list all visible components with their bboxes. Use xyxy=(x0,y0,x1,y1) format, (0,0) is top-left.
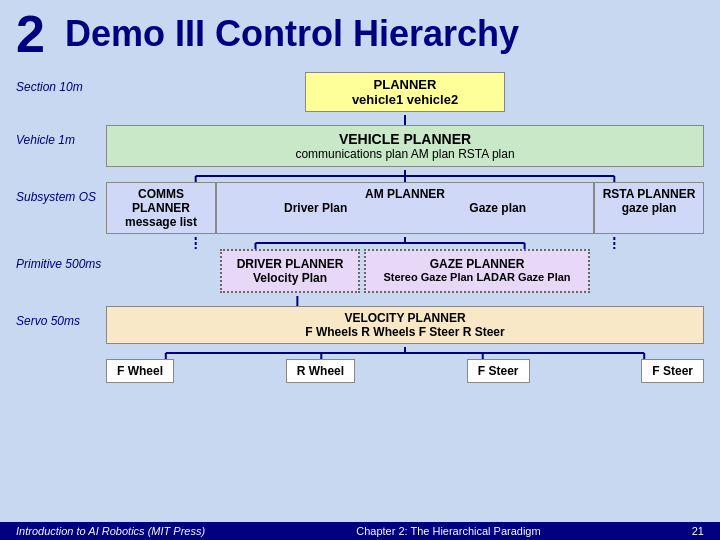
servo-content: VELOCITY PLANNER F Wheels R Wheels F Ste… xyxy=(106,306,704,344)
connector-v-sub xyxy=(106,170,704,182)
connector-svg-v-sub xyxy=(106,170,704,182)
vehicle-line2: communications plan AM plan RSTA plan xyxy=(117,147,693,161)
wheels-content: F Wheel R Wheel F Steer F Steer xyxy=(106,359,704,383)
primitive-rsta-space xyxy=(594,249,704,293)
gaze-line2: Stereo Gaze Plan LADAR Gaze Plan xyxy=(374,271,580,283)
slide-number: 2 xyxy=(16,8,45,60)
velocity-line2: F Wheels R Wheels F Steer R Steer xyxy=(115,325,695,339)
comms-planner-box: COMMS PLANNER message list xyxy=(106,182,216,234)
am-line3: Gaze plan xyxy=(469,201,526,215)
connector-svg-sub-prim xyxy=(106,237,704,249)
velocity-line1: VELOCITY PLANNER xyxy=(115,311,695,325)
gaze-line1: GAZE PLANNER xyxy=(374,257,580,271)
am-box-inner: AM PLANNER Driver Plan Gaze plan xyxy=(216,182,594,234)
connector-svg-prim-servo xyxy=(106,296,704,306)
velocity-planner-box: VELOCITY PLANNER F Wheels R Wheels F Ste… xyxy=(106,306,704,344)
am-line1: AM PLANNER xyxy=(223,187,587,201)
footer: Introduction to AI Robotics (MIT Press) … xyxy=(0,522,720,540)
driver-line1: DRIVER PLANNER xyxy=(230,257,350,271)
servo-row: Servo 50ms VELOCITY PLANNER F Wheels R W… xyxy=(16,306,704,344)
subsystem-content: COMMS PLANNER message list AM PLANNER Dr… xyxy=(106,182,704,234)
wheel-rwheel: R Wheel xyxy=(286,359,355,383)
wheel-fsteer1: F Steer xyxy=(467,359,530,383)
driver-line2: Velocity Plan xyxy=(230,271,350,285)
planner-box: PLANNER vehicle1 vehicle2 xyxy=(305,72,505,112)
comms-line1: COMMS PLANNER xyxy=(113,187,209,215)
page-title: Demo III Control Hierarchy xyxy=(65,13,519,55)
footer-center: Chapter 2: The Hierarchical Paradigm xyxy=(356,525,540,537)
planner-line1: PLANNER xyxy=(326,77,484,92)
comms-line2: message list xyxy=(113,215,209,229)
connector-prim-servo xyxy=(106,296,704,306)
am-planner-box: AM PLANNER Driver Plan Gaze plan xyxy=(216,182,594,234)
connector-svg-servo-wheels xyxy=(106,347,704,359)
section-label: Section 10m xyxy=(16,72,106,94)
vehicle-row: Vehicle 1m VEHICLE PLANNER communication… xyxy=(16,125,704,167)
planner-line2: vehicle1 vehicle2 xyxy=(326,92,484,107)
wheels-label xyxy=(16,359,106,367)
vehicle-content: VEHICLE PLANNER communications plan AM p… xyxy=(106,125,704,167)
vehicle-planner-box: VEHICLE PLANNER communications plan AM p… xyxy=(106,125,704,167)
gaze-planner-box: GAZE PLANNER Stereo Gaze Plan LADAR Gaze… xyxy=(364,249,590,293)
rsta-line1: RSTA PLANNER xyxy=(601,187,697,201)
connector-svg-s-v xyxy=(255,115,555,125)
footer-left: Introduction to AI Robotics (MIT Press) xyxy=(16,525,205,537)
am-line2: Driver Plan xyxy=(284,201,347,215)
connector-sub-prim xyxy=(106,237,704,249)
main-content: Section 10m PLANNER vehicle1 vehicle2 Ve… xyxy=(0,68,720,383)
wheel-fsteer2: F Steer xyxy=(641,359,704,383)
servo-label: Servo 50ms xyxy=(16,306,106,328)
vehicle-label: Vehicle 1m xyxy=(16,125,106,147)
footer-page: 21 xyxy=(692,525,704,537)
connector-s-v xyxy=(106,115,704,125)
primitive-comms-space xyxy=(106,249,216,293)
primitive-label: Primitive 500ms xyxy=(16,249,106,271)
wheels-row: F Wheel R Wheel F Steer F Steer xyxy=(16,359,704,383)
subsystem-label: Subsystem OS xyxy=(16,182,106,204)
section-content: PLANNER vehicle1 vehicle2 xyxy=(106,72,704,112)
connector-servo-wheels xyxy=(106,347,704,359)
header: 2 Demo III Control Hierarchy xyxy=(0,0,720,68)
rsta-planner-box: RSTA PLANNER gaze plan xyxy=(594,182,704,234)
section-row: Section 10m PLANNER vehicle1 vehicle2 xyxy=(16,72,704,112)
driver-planner-box: DRIVER PLANNER Velocity Plan xyxy=(220,249,360,293)
primitive-row: Primitive 500ms DRIVER PLANNER Velocity … xyxy=(16,249,704,293)
vehicle-line1: VEHICLE PLANNER xyxy=(117,131,693,147)
am-lines-23: Driver Plan Gaze plan xyxy=(223,201,587,215)
subsystem-row: Subsystem OS COMMS PLANNER message list … xyxy=(16,182,704,234)
rsta-line2: gaze plan xyxy=(601,201,697,215)
wheel-fwheel: F Wheel xyxy=(106,359,174,383)
primitive-content: DRIVER PLANNER Velocity Plan GAZE PLANNE… xyxy=(106,249,704,293)
